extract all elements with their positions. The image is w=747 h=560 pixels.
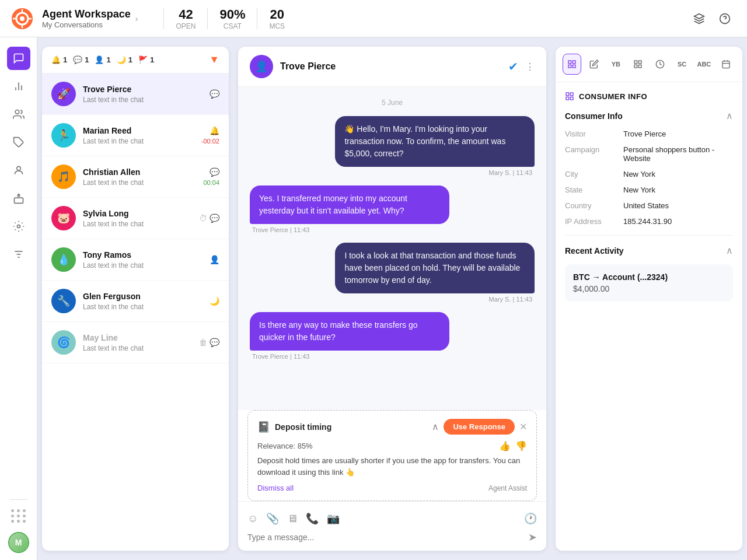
nav-tags[interactable] <box>7 131 30 154</box>
info-row-country: Country United States <box>565 201 733 210</box>
conv-content: Glen Ferguson Last text in the chat <box>83 292 205 311</box>
conv-filters: 🔔 1 💬 1 👤 1 🌙 1 🚩 1 ▼ <box>42 47 229 74</box>
video-icon[interactable]: 📷 <box>327 512 340 525</box>
chat-bubble-icon: 💬 <box>210 338 219 347</box>
nav-analytics[interactable] <box>7 75 30 98</box>
header: Agent Workspace My Conversations › 42 OP… <box>0 0 747 37</box>
consumer-info-subsection[interactable]: Consumer Info ∧ <box>565 110 733 121</box>
phone-icon[interactable]: 📞 <box>306 512 319 525</box>
header-divider-2 <box>207 8 208 29</box>
consumer-info-label: CONSUMER INFO <box>579 92 647 101</box>
list-item[interactable]: 🔧 Glen Ferguson Last text in the chat 🌙 <box>42 281 229 322</box>
conversation-list: 🚀 Trove Pierce Last text in the chat 💬 🏃… <box>42 74 229 551</box>
tab-edit[interactable] <box>585 54 603 75</box>
nav-contacts[interactable] <box>7 103 30 126</box>
list-item[interactable]: 🚀 Trove Pierce Last text in the chat 💬 <box>42 74 229 115</box>
dismiss-all-button[interactable]: Dismiss all <box>257 484 294 492</box>
thumbs-up-icon[interactable]: 👍 <box>499 440 511 452</box>
nav-settings[interactable] <box>7 215 30 238</box>
filter-person[interactable]: 👤 1 <box>95 55 110 64</box>
list-item[interactable]: 💧 Tony Ramos Last text in the chat 👤 <box>42 239 229 281</box>
bubble-meta: Mary S. | 11:43 <box>487 296 535 303</box>
nav-chat[interactable] <box>7 47 30 70</box>
sender-name: Trove Pierce <box>252 353 288 360</box>
list-item[interactable]: 🐷 Sylvia Long Last text in the chat ⏱ 💬 <box>42 198 229 239</box>
conv-meta: ⏱ 💬 <box>199 214 219 223</box>
help-icon-btn[interactable] <box>714 8 735 29</box>
conv-name: Christian Allen <box>83 167 198 177</box>
filter-funnel-icon[interactable]: ▼ <box>209 54 219 66</box>
filter-bell[interactable]: 🔔 1 <box>51 55 67 64</box>
tab-history[interactable] <box>651 54 669 75</box>
chat-date: 5 June <box>250 99 535 107</box>
conv-preview: Last text in the chat <box>83 261 205 270</box>
icon-row: 🗑 💬 <box>199 338 219 347</box>
info-row-state: State New York <box>565 186 733 194</box>
list-item[interactable]: 🏃 Marian Reed Last text in the chat 🔔 -0… <box>42 115 229 156</box>
nav-bot[interactable] <box>7 187 30 210</box>
value-state: New York <box>623 186 733 194</box>
conv-preview: Last text in the chat <box>83 137 197 145</box>
recent-activity-header[interactable]: Recent Activity ∧ <box>565 245 733 256</box>
chat-contact-name: Trove Pierce <box>280 61 508 72</box>
person-icon: 👤 <box>210 255 219 264</box>
chat-bubble-agent: 👋 Hello, I'm Mary. I'm looking into your… <box>250 116 535 176</box>
more-options-icon[interactable]: ⋮ <box>525 61 535 72</box>
conv-time: -00:02 <box>201 138 219 145</box>
bubble-text: Is there any way to make these transfers… <box>250 312 449 351</box>
tab-consumer-info[interactable] <box>563 54 581 75</box>
filter-flag[interactable]: 🚩 1 <box>138 55 154 64</box>
list-item[interactable]: 🎵 Christian Allen Last text in the chat … <box>42 156 229 198</box>
list-item[interactable]: 🌀 May Line Last text in the chat 🗑 💬 <box>42 322 229 363</box>
info-content: CONSUMER INFO Consumer Info ∧ Visitor Tr… <box>556 82 742 551</box>
nav-filter[interactable] <box>7 243 30 266</box>
tab-abc[interactable]: ABC <box>695 54 714 75</box>
bubble-meta: Trove Pierce | 11:43 <box>250 226 312 233</box>
value-campaign: Personal shoppers button - Website <box>623 145 733 163</box>
stat-mcs: 20 MCS <box>269 7 285 30</box>
tab-yb[interactable]: YB <box>607 54 626 75</box>
filter-moon[interactable]: 🌙 1 <box>117 55 132 64</box>
user-avatar[interactable]: M <box>8 532 29 553</box>
bubble-text: 👋 Hello, I'm Mary. I'm looking into your… <box>335 116 535 167</box>
chat-toolbar-icons: ☺ 📎 🖥 📞 📷 🕐 <box>247 509 537 531</box>
emoji-icon[interactable]: ☺ <box>247 513 258 525</box>
book-icon: 📓 <box>257 421 270 433</box>
conv-preview: Last text in the chat <box>83 344 194 352</box>
svg-rect-29 <box>638 61 641 64</box>
avatar: 💧 <box>51 247 76 272</box>
chat-bubble-agent: I took a look at that transaction and th… <box>250 243 535 303</box>
message-time: 11:43 <box>294 226 310 233</box>
label-campaign: Campaign <box>565 145 623 154</box>
clock-icon[interactable]: 🕐 <box>524 512 537 525</box>
tab-grid[interactable] <box>629 54 647 75</box>
conv-meta: 🌙 <box>210 296 219 306</box>
value-country: United States <box>623 201 733 210</box>
nav-person[interactable] <box>7 159 30 182</box>
recent-activity-title: Recent Activity <box>565 246 624 256</box>
attachment-icon[interactable]: 📎 <box>266 512 279 525</box>
filter-chat[interactable]: 💬 1 <box>73 55 89 64</box>
check-circle-icon[interactable]: ✔ <box>508 60 518 74</box>
message-input[interactable] <box>247 533 528 542</box>
close-icon[interactable]: ✕ <box>519 421 527 432</box>
thumbs-down-icon[interactable]: 👎 <box>515 440 527 452</box>
info-row-ip: IP Address 185.244.31.90 <box>565 217 733 226</box>
avatar: 🌀 <box>51 330 76 355</box>
chat-bubble-icon: 💬 <box>210 214 219 223</box>
conv-name: Trove Pierce <box>83 85 205 94</box>
use-response-button[interactable]: Use Response <box>444 419 515 435</box>
svg-point-2 <box>20 16 25 21</box>
label-ip: IP Address <box>565 217 623 226</box>
screen-share-icon[interactable]: 🖥 <box>287 513 298 525</box>
activity-title: BTC → Account (...2324) <box>573 272 725 282</box>
logo[interactable] <box>12 8 33 29</box>
tab-calendar[interactable] <box>717 54 735 75</box>
svg-point-13 <box>15 110 19 114</box>
layers-icon-btn[interactable] <box>689 8 710 29</box>
svg-point-15 <box>16 166 20 170</box>
chevron-up-icon: ∧ <box>432 421 439 432</box>
send-button[interactable]: ➤ <box>528 531 537 544</box>
tab-sc[interactable]: SC <box>673 54 692 75</box>
conv-name: Marian Reed <box>83 126 197 135</box>
